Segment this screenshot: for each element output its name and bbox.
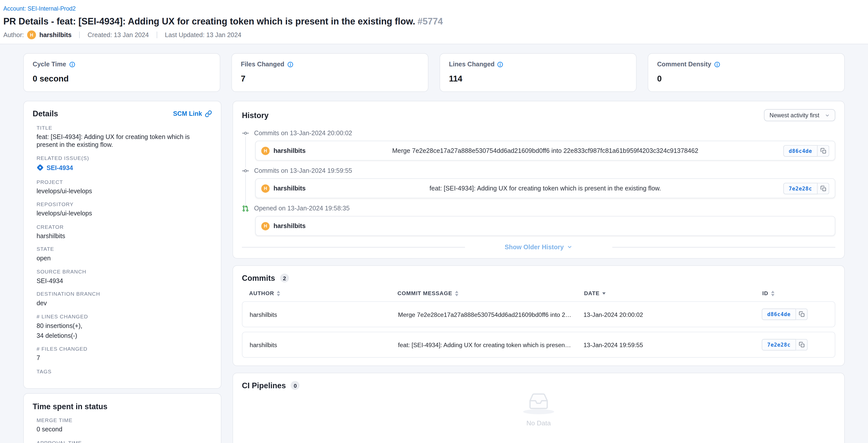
chevron-down-icon [825,113,830,118]
commit-hash-link[interactable]: 7e2e28c [762,339,796,350]
field-label: TAGS [37,368,212,374]
card-author-name: harshilbits [273,185,306,191]
field-related-issues: RELATED ISSUE(S) SEI-4934 [37,155,212,172]
commit-message: Merge 7e2e28ce17a27a888e530754dd6ad21609… [398,311,583,318]
field-value: 34 deletions(-) [37,331,212,339]
sort-icon [277,290,280,296]
metric-value: 0 second [33,74,211,83]
last-updated-date: Last Updated: 13 Jan 2024 [165,32,241,38]
empty-icon-shadow [523,409,554,414]
field-label: CREATOR [37,224,212,230]
metric-label: Comment Density [657,61,835,67]
metric-card-comment-density: Comment Density 0 [648,53,844,92]
metric-card-cycle-time: Cycle Time 0 second [23,53,220,92]
page-header: Account: SEI-Internal-Prod2 PR Details -… [0,0,868,45]
info-icon[interactable] [69,61,75,67]
link-icon [205,110,212,117]
copy-icon[interactable] [796,339,808,350]
history-panel: History Newest activity first Commits on… [232,101,845,259]
author-label: Author: [3,32,24,38]
pr-number: #5774 [417,16,443,26]
copy-icon[interactable] [817,182,829,194]
history-title: History [242,111,269,120]
card-author: H harshilbits [261,147,306,155]
metric-label-text: Lines Changed [449,61,495,67]
chevron-down-icon [567,244,573,250]
metric-label-text: Files Changed [241,61,284,67]
info-icon[interactable] [287,61,293,67]
show-older-history-label: Show Older History [505,244,564,250]
info-icon[interactable] [714,61,720,67]
column-header-author[interactable]: AUTHOR [249,290,397,296]
related-issue-link[interactable]: SEI-4934 [37,164,73,171]
column-header-id[interactable]: ID [762,290,829,296]
field-label: TITLE [37,125,212,131]
commit-message: feat: [SEI-4934]: Adding UX for creating… [430,185,661,191]
field-merge-time: MERGE TIME 0 second [37,417,212,433]
field-value: open [37,254,212,262]
column-header-commit-message[interactable]: COMMIT MESSAGE [397,290,584,296]
column-label: ID [762,290,768,296]
field-label: REPOSITORY [37,201,212,207]
show-older-history-button[interactable]: Show Older History [505,244,572,250]
column-header-date[interactable]: DATE [584,290,762,296]
commit-hash-link[interactable]: d86c4de [783,145,817,156]
field-value: 80 insertions(+), [37,321,212,329]
avatar: H [261,222,270,230]
field-label: # LINES CHANGED [37,313,212,319]
hash-group: 7e2e28c [762,339,828,350]
time-in-status-title: Time spent in status [33,402,108,411]
card-author: H harshilbits [261,222,306,230]
empty-state: No Data [242,392,835,430]
metric-label-text: Comment Density [657,61,711,67]
divider [242,247,465,247]
history-event-label: Opened on 13-Jan-2024 19:58:35 [242,204,835,213]
copy-icon[interactable] [817,145,829,156]
card-author: H harshilbits [261,184,306,193]
pr-details-page: Account: SEI-Internal-Prod2 PR Details -… [0,0,868,443]
commit-message: feat: [SEI-4934]: Adding UX for creating… [398,341,583,348]
divider [157,32,157,38]
column-label: DATE [584,290,600,296]
commit-author: harshilbits [250,311,398,318]
time-in-status-panel: Time spent in status MERGE TIME 0 second… [23,393,221,443]
commits-table-header: AUTHOR COMMIT MESSAGE DATE ID [242,283,835,301]
commits-panel: Commits 2 AUTHOR COMMIT MESSAGE DATE [232,265,845,366]
issue-key: SEI-4934 [46,164,73,171]
commit-hash-link[interactable]: d86c4de [762,308,796,320]
details-panel: Details SCM Link TITLE feat: [SEI-4934]:… [23,101,221,389]
commit-hash-link[interactable]: 7e2e28c [783,182,817,194]
field-value: SEI-4934 [37,276,212,284]
field-approval-time: APPROVAL TIME 0 second [37,440,212,443]
metric-card-files-changed: Files Changed 7 [231,53,429,92]
copy-icon[interactable] [796,308,808,320]
event-label-text: Opened on 13-Jan-2024 19:58:35 [254,205,350,211]
commit-icon [242,167,249,174]
hash-group: d86c4de [762,308,828,320]
field-label: STATE [37,246,212,252]
account-breadcrumb-link[interactable]: Account: SEI-Internal-Prod2 [3,5,76,11]
history-timeline: Commits on 13-Jan-2024 20:00:02 H harshi… [242,128,835,236]
commit-table-row: harshilbits feat: [SEI-4934]: Adding UX … [242,332,835,358]
field-label: SOURCE BRANCH [37,268,212,274]
field-repository: REPOSITORY levelops/ui-levelops [37,201,212,217]
commit-author: harshilbits [250,341,398,348]
card-author-name: harshilbits [273,147,306,154]
history-commit-card: H harshilbits Merge 7e2e28ce17a27a888e53… [255,141,835,161]
field-source-branch: SOURCE BRANCH SEI-4934 [37,268,212,285]
history-opened-card: H harshilbits [255,216,835,236]
scm-link[interactable]: SCM Link [173,110,212,117]
field-tags: TAGS [37,368,212,374]
field-title: TITLE feat: [SEI-4934]: Adding UX for cr… [37,125,212,148]
info-icon[interactable] [497,61,503,67]
page-title: PR Details - feat: [SEI-4934]: Adding UX… [3,16,863,27]
avatar: H [261,184,270,193]
field-creator: CREATOR harshilbits [37,224,212,240]
sort-icon [455,290,458,296]
metric-value: 114 [449,74,627,83]
ci-pipelines-title: CI Pipelines [242,381,286,390]
field-value: dev [37,299,212,307]
field-label: DESTINATION BRANCH [37,291,212,297]
field-state: STATE open [37,246,212,262]
history-sort-dropdown[interactable]: Newest activity first [764,109,835,121]
